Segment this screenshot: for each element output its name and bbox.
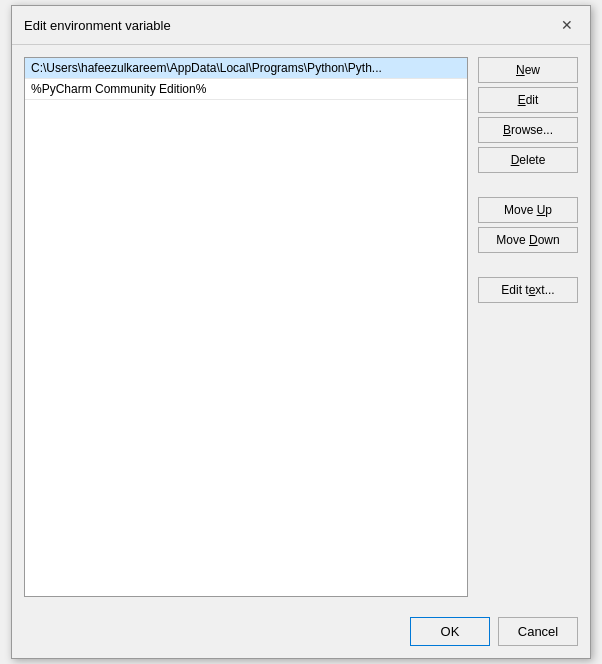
dialog-footer: OK Cancel [12,609,590,658]
new-button[interactable]: New [478,57,578,83]
button-spacer [478,177,578,193]
list-item[interactable]: C:\Users\hafeezulkareem\AppData\Local\Pr… [25,58,467,79]
edit-text-button[interactable]: Edit text... [478,277,578,303]
dialog: Edit environment variable ✕ C:\Users\haf… [11,5,591,659]
button-spacer-2 [478,257,578,273]
move-down-button[interactable]: Move Down [478,227,578,253]
move-up-button[interactable]: Move Up [478,197,578,223]
browse-button[interactable]: Browse... [478,117,578,143]
close-button[interactable]: ✕ [556,14,578,36]
list-box[interactable]: C:\Users\hafeezulkareem\AppData\Local\Pr… [24,57,468,597]
dialog-body: C:\Users\hafeezulkareem\AppData\Local\Pr… [12,45,590,609]
edit-button[interactable]: Edit [478,87,578,113]
list-item[interactable]: %PyCharm Community Edition% [25,79,467,100]
list-area: C:\Users\hafeezulkareem\AppData\Local\Pr… [24,57,468,597]
dialog-title: Edit environment variable [24,18,171,33]
buttons-column: New Edit Browse... Delete Move Up Move D… [478,57,578,597]
title-bar: Edit environment variable ✕ [12,6,590,45]
cancel-button[interactable]: Cancel [498,617,578,646]
ok-button[interactable]: OK [410,617,490,646]
delete-button[interactable]: Delete [478,147,578,173]
